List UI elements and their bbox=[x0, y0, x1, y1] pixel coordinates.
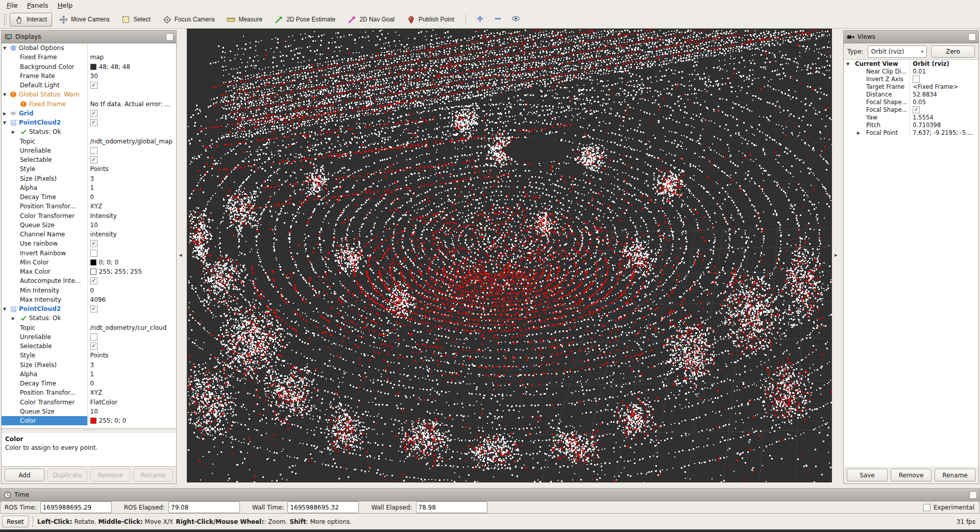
move-camera-button[interactable]: Move Camera bbox=[54, 13, 114, 27]
view-type-select[interactable]: Orbit (rviz) ▾ bbox=[868, 45, 927, 58]
property-row-default-light[interactable]: Default Light✓ bbox=[2, 81, 176, 90]
collapse-arrow-icon[interactable]: ▼ bbox=[846, 61, 849, 66]
property-row-unreliable[interactable]: Unreliable bbox=[2, 146, 176, 155]
property-row-min-color[interactable]: Min Color0; 0; 0 bbox=[2, 258, 176, 267]
reset-button[interactable]: Reset bbox=[2, 516, 29, 527]
property-row-size-pixels[interactable]: Size (Pixels)3 bbox=[2, 360, 176, 370]
checkbox[interactable] bbox=[90, 250, 97, 257]
checkbox[interactable]: ✓ bbox=[90, 277, 97, 284]
interact-button[interactable]: Interact bbox=[10, 13, 52, 27]
select-button[interactable]: Select bbox=[116, 13, 155, 27]
property-row-position-transfor[interactable]: Position Transfor...XYZ bbox=[2, 388, 176, 397]
splitter-handle[interactable]: ······ bbox=[2, 428, 176, 433]
expand-arrow-icon[interactable]: ▶ bbox=[857, 130, 860, 135]
ros-elapsed-input[interactable] bbox=[168, 501, 240, 513]
wall-time-input[interactable] bbox=[287, 501, 359, 513]
property-row-focal-shape[interactable]: Focal Shape...0.05 bbox=[844, 98, 978, 106]
color-swatch[interactable] bbox=[90, 64, 96, 70]
property-row-decay-time[interactable]: Decay Time0 bbox=[2, 192, 176, 202]
ros-time-input[interactable] bbox=[40, 501, 112, 513]
property-row-color-transformer[interactable]: Color TransformerIntensity bbox=[2, 211, 176, 221]
property-row-unreliable[interactable]: Unreliable bbox=[2, 332, 176, 342]
property-row-color[interactable]: Color255; 0; 0 bbox=[2, 416, 176, 425]
property-row-alpha[interactable]: Alpha1 bbox=[2, 183, 176, 192]
property-row-frame-rate[interactable]: Frame Rate30 bbox=[2, 71, 176, 81]
zoom-out-button[interactable] bbox=[492, 13, 504, 26]
property-row-fixed-frame[interactable]: Fixed FrameNo tf data. Actual error: ... bbox=[2, 100, 176, 109]
property-row-selectable[interactable]: Selectable✓ bbox=[2, 155, 176, 164]
wall-elapsed-input[interactable] bbox=[416, 501, 487, 513]
viewport-canvas[interactable] bbox=[187, 29, 832, 482]
property-row-min-intensity[interactable]: Min Intensity0 bbox=[2, 286, 176, 295]
experimental-checkbox[interactable] bbox=[923, 504, 930, 511]
measure-button[interactable]: Measure bbox=[222, 13, 267, 27]
property-row-target-frame[interactable]: Target Frame<Fixed Frame> bbox=[844, 83, 978, 90]
checkbox[interactable]: ✓ bbox=[90, 82, 97, 89]
property-row-pitch[interactable]: Pitch0.710398 bbox=[844, 121, 978, 129]
publish-point-button[interactable]: Publish Point bbox=[402, 13, 459, 27]
menu-file[interactable]: File bbox=[2, 1, 22, 10]
property-row-global-status-warn[interactable]: ▼Global Status: Warn bbox=[2, 90, 176, 99]
property-row-pointcloud2[interactable]: ▼PointCloud2✓ bbox=[2, 304, 176, 313]
collapse-arrow-icon[interactable]: ▼ bbox=[3, 120, 6, 125]
views-rename-button[interactable]: Rename bbox=[935, 469, 975, 481]
property-row-focal-point[interactable]: ▶Focal Point7.637; -9.2195; -5.... bbox=[844, 129, 978, 136]
property-row-pointcloud2[interactable]: ▼PointCloud2✓ bbox=[2, 118, 176, 127]
views-remove-button[interactable]: Remove bbox=[891, 469, 932, 481]
visibility-button[interactable] bbox=[510, 13, 522, 26]
zoom-in-button[interactable] bbox=[474, 13, 486, 26]
property-row-selectable[interactable]: Selectable✓ bbox=[2, 342, 176, 351]
pose-estimate-button[interactable]: 2D Pose Estimate bbox=[270, 13, 340, 27]
property-row-near-clip-di[interactable]: Near Clip Di...0.01 bbox=[844, 67, 978, 75]
panel-corner-button[interactable] bbox=[166, 33, 174, 41]
expand-arrow-icon[interactable]: ▶ bbox=[3, 111, 6, 115]
property-row-color-transformer[interactable]: Color TransformerFlatColor bbox=[2, 398, 176, 407]
property-row-focal-shape[interactable]: Focal Shape...✓ bbox=[844, 106, 978, 113]
focus-camera-button[interactable]: Focus Camera bbox=[158, 13, 220, 27]
color-swatch[interactable] bbox=[90, 269, 96, 275]
property-row-invert-rainbow[interactable]: Invert Rainbow bbox=[2, 249, 176, 258]
checkbox[interactable]: ✓ bbox=[90, 305, 97, 312]
property-row-status-ok[interactable]: ▶Status: Ok bbox=[2, 127, 176, 136]
displays-add-button[interactable]: Add bbox=[5, 469, 44, 481]
collapse-right-arrow[interactable]: ▸ bbox=[835, 252, 838, 258]
property-row-yaw[interactable]: Yaw1.5554 bbox=[844, 113, 978, 121]
collapse-arrow-icon[interactable]: ▼ bbox=[3, 92, 6, 97]
expand-arrow-icon[interactable]: ▶ bbox=[12, 130, 15, 134]
collapse-left-arrow[interactable]: ◂ bbox=[179, 252, 182, 258]
property-row-topic[interactable]: Topic/ndt_odometry/cur_cloud bbox=[2, 323, 176, 332]
checkbox[interactable]: ✓ bbox=[90, 110, 97, 117]
collapse-arrow-icon[interactable]: ▼ bbox=[3, 46, 6, 51]
property-row-use-rainbow[interactable]: Use rainbow✓ bbox=[2, 239, 176, 248]
property-row-distance[interactable]: Distance52.8834 bbox=[844, 90, 978, 98]
color-swatch[interactable] bbox=[90, 418, 96, 424]
property-row-queue-size[interactable]: Queue Size10 bbox=[2, 221, 176, 230]
property-row-current-view[interactable]: ▼Current ViewOrbit (rviz) bbox=[844, 60, 978, 67]
panel-corner-button[interactable] bbox=[968, 33, 976, 41]
property-row-fixed-frame[interactable]: Fixed Framemap bbox=[2, 53, 176, 62]
property-row-decay-time[interactable]: Decay Time0 bbox=[2, 379, 176, 388]
zero-button[interactable]: Zero bbox=[931, 45, 975, 58]
property-row-size-pixels[interactable]: Size (Pixels)3 bbox=[2, 174, 176, 183]
property-row-invert-z-axis[interactable]: Invert Z Axis bbox=[844, 75, 978, 83]
checkbox[interactable]: ✓ bbox=[90, 343, 97, 350]
property-row-grid[interactable]: ▶Grid✓ bbox=[2, 109, 176, 118]
checkbox[interactable] bbox=[913, 76, 920, 83]
nav-goal-button[interactable]: 2D Nav Goal bbox=[342, 13, 400, 27]
checkbox[interactable] bbox=[90, 333, 97, 341]
property-row-queue-size[interactable]: Queue Size10 bbox=[2, 407, 176, 416]
expand-arrow-icon[interactable]: ▶ bbox=[12, 316, 15, 321]
property-row-alpha[interactable]: Alpha1 bbox=[2, 370, 176, 379]
menu-panels[interactable]: Panels bbox=[22, 1, 53, 10]
checkbox[interactable] bbox=[90, 147, 97, 154]
property-row-global-options[interactable]: ▼Global Options bbox=[2, 43, 176, 53]
property-row-max-color[interactable]: Max Color255; 255; 255 bbox=[2, 267, 176, 276]
property-row-autocompute-inte[interactable]: Autocompute Inte...✓ bbox=[2, 276, 176, 285]
color-swatch[interactable] bbox=[90, 259, 96, 265]
property-row-channel-name[interactable]: Channel Nameintensity bbox=[2, 230, 176, 239]
property-row-status-ok[interactable]: ▶Status: Ok bbox=[2, 313, 176, 323]
property-row-max-intensity[interactable]: Max Intensity4096 bbox=[2, 295, 176, 304]
checkbox[interactable]: ✓ bbox=[90, 119, 97, 126]
views-save-button[interactable]: Save bbox=[847, 469, 888, 481]
checkbox[interactable]: ✓ bbox=[90, 156, 97, 163]
